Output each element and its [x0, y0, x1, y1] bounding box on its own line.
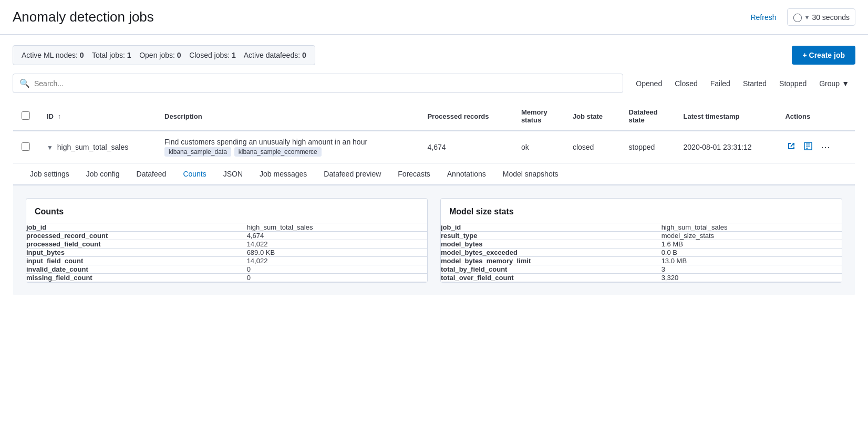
col-description[interactable]: Description — [156, 102, 419, 131]
tab-counts[interactable]: Counts — [174, 163, 214, 185]
model-stats-key: model_bytes_memory_limit — [441, 257, 662, 265]
total-jobs-label: Total jobs: — [92, 51, 125, 59]
active-datafeeds-label: Active datafeeds: — [244, 51, 300, 59]
tag-kibana-sample-ecommerce[interactable]: kibana_sample_ecommerce — [234, 147, 322, 157]
model-size-stats-table: job_idhigh_sum_total_salesresult_typemod… — [441, 223, 842, 282]
counts-table-row: invalid_date_count0 — [26, 265, 427, 274]
tab-datafeed[interactable]: Datafeed — [128, 163, 175, 185]
group-label: Group — [819, 79, 840, 88]
row-checkbox[interactable] — [22, 142, 30, 151]
filter-stopped-button[interactable]: Stopped — [773, 75, 813, 92]
model-size-stats-title: Model size stats — [441, 199, 842, 223]
counts-key: invalid_date_count — [26, 265, 247, 274]
row-expand-button[interactable]: ▼ — [47, 144, 53, 151]
model-stats-value: 0.0 B — [662, 249, 842, 257]
more-actions-button[interactable]: ⋯ — [819, 140, 833, 154]
filter-closed-button[interactable]: Closed — [668, 75, 704, 92]
group-button[interactable]: Group ▼ — [813, 75, 855, 92]
model-stats-table-row: total_over_field_count3,320 — [441, 274, 842, 282]
col-latest-timestamp[interactable]: Latest timestamp — [675, 102, 777, 131]
model-stats-key: total_over_field_count — [441, 274, 662, 282]
page-wrapper: Anomaly detection jobs Refresh ◯ ▼ 30 se… — [0, 0, 868, 424]
col-datafeed-state[interactable]: Datafeedstate — [621, 102, 675, 131]
counts-key: input_bytes — [26, 249, 247, 257]
counts-table-row: missing_field_count0 — [26, 274, 427, 282]
model-stats-value: high_sum_total_sales — [662, 223, 842, 232]
model-stats-value: 3 — [662, 265, 842, 274]
filter-opened-button[interactable]: Opened — [629, 75, 668, 92]
row-description-cell: Find customers spending an unusually hig… — [156, 131, 419, 163]
stats-info: Active ML nodes: 0 Total jobs: 1 Open jo… — [13, 45, 315, 65]
edit-job-button[interactable] — [802, 141, 814, 153]
model-stats-key: model_bytes_exceeded — [441, 249, 662, 257]
expanded-content-cell: Job settings Job config Datafeed Counts … — [13, 163, 855, 296]
filter-failed-button[interactable]: Failed — [704, 75, 737, 92]
model-stats-table-row: model_bytes_exceeded0.0 B — [441, 249, 842, 257]
row-job-state: closed — [564, 131, 621, 163]
tab-job-config[interactable]: Job config — [78, 163, 128, 185]
counts-value: 4,674 — [247, 232, 427, 240]
table-header-row: ID ↑ Description Processed records Memor… — [13, 102, 855, 131]
tab-job-settings[interactable]: Job settings — [22, 163, 78, 185]
model-stats-key: total_by_field_count — [441, 265, 662, 274]
stats-bar: Active ML nodes: 0 Total jobs: 1 Open jo… — [13, 45, 855, 65]
tab-forecasts[interactable]: Forecasts — [389, 163, 438, 185]
col-datafeed-state-label: Datafeedstate — [629, 108, 658, 124]
counts-grid: Counts job_idhigh_sum_total_salesprocess… — [26, 198, 842, 283]
tab-json[interactable]: JSON — [215, 163, 251, 185]
counts-key: missing_field_count — [26, 274, 247, 282]
col-latest-timestamp-label: Latest timestamp — [684, 112, 740, 120]
col-processed-records-label: Processed records — [427, 112, 489, 120]
counts-table-row: job_idhigh_sum_total_sales — [26, 223, 427, 232]
active-ml-nodes-value: 0 — [80, 51, 84, 59]
tab-annotations[interactable]: Annotations — [439, 163, 494, 185]
refresh-button[interactable]: Refresh — [746, 10, 780, 25]
col-job-state[interactable]: Job state — [564, 102, 621, 131]
view-results-button[interactable] — [785, 141, 798, 153]
interval-label: 30 seconds — [812, 13, 850, 22]
col-id-label: ID — [47, 112, 54, 120]
open-jobs-label: Open jobs: — [139, 51, 175, 59]
filter-buttons: Opened Closed Failed Started Stopped Gro… — [629, 75, 855, 92]
chevron-down-icon: ▼ — [804, 14, 810, 20]
model-stats-table-row: model_bytes1.6 MB — [441, 240, 842, 249]
counts-table-row: input_field_count14,022 — [26, 257, 427, 265]
counts-key: job_id — [26, 223, 247, 232]
row-latest-timestamp: 2020-08-01 23:31:12 — [675, 131, 777, 163]
table-row: ▼ high_sum_total_sales Find customers sp… — [13, 131, 855, 163]
tab-job-messages[interactable]: Job messages — [251, 163, 315, 185]
search-input[interactable] — [34, 79, 616, 88]
interval-selector[interactable]: ◯ ▼ 30 seconds — [787, 8, 856, 26]
tab-datafeed-preview[interactable]: Datafeed preview — [315, 163, 389, 185]
tag-kibana-sample-data[interactable]: kibana_sample_data — [164, 147, 231, 157]
row-actions-cell: ⋯ — [777, 131, 855, 163]
row-checkbox-cell — [13, 131, 39, 163]
model-stats-value: 3,320 — [662, 274, 842, 282]
model-stats-value: 1.6 MB — [662, 240, 842, 249]
counts-value: 689.0 KB — [247, 249, 427, 257]
expanded-row: Job settings Job config Datafeed Counts … — [13, 163, 855, 296]
counts-key: processed_field_count — [26, 240, 247, 249]
filter-started-button[interactable]: Started — [737, 75, 773, 92]
row-datafeed-state: stopped — [621, 131, 675, 163]
jobs-table: ID ↑ Description Processed records Memor… — [13, 101, 855, 296]
model-stats-table-row: job_idhigh_sum_total_sales — [441, 223, 842, 232]
counts-panel: Counts job_idhigh_sum_total_salesprocess… — [26, 198, 428, 283]
table-wrapper: ID ↑ Description Processed records Memor… — [0, 101, 868, 296]
col-actions: Actions — [777, 102, 855, 131]
create-job-button[interactable]: + Create job — [792, 46, 855, 65]
tab-model-snapshots[interactable]: Model snapshots — [494, 163, 567, 185]
col-memory-status[interactable]: Memorystatus — [513, 102, 564, 131]
active-ml-nodes-label: Active ML nodes: — [22, 51, 78, 59]
total-jobs-value: 1 — [127, 51, 131, 59]
col-processed-records[interactable]: Processed records — [419, 102, 512, 131]
search-icon: 🔍 — [19, 78, 30, 88]
open-jobs-value: 0 — [177, 51, 181, 59]
counts-value: high_sum_total_sales — [247, 223, 427, 232]
counts-table-row: input_bytes689.0 KB — [26, 249, 427, 257]
counts-key: processed_record_count — [26, 232, 247, 240]
col-id[interactable]: ID ↑ — [38, 102, 156, 131]
row-memory-status: ok — [513, 131, 564, 163]
row-id-cell: ▼ high_sum_total_sales — [38, 131, 156, 163]
select-all-checkbox[interactable] — [22, 111, 30, 120]
